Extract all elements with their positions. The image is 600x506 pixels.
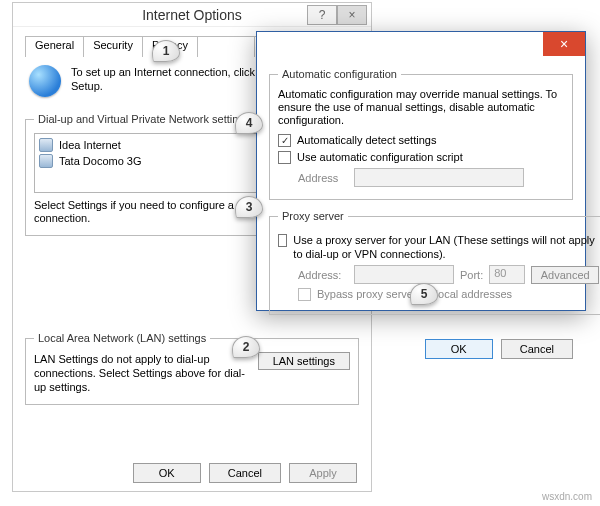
lan-hint: LAN Settings do not apply to dial-up con… bbox=[34, 352, 250, 394]
auto-config-group: Automatic configuration Automatic config… bbox=[269, 68, 573, 200]
tab-general[interactable]: General bbox=[25, 36, 84, 57]
lan-titlebar: × bbox=[257, 32, 585, 56]
tab-security[interactable]: Security bbox=[83, 36, 143, 57]
list-item-label: Idea Internet bbox=[59, 139, 121, 151]
auto-script-checkbox[interactable] bbox=[278, 151, 291, 164]
callout-5: 5 bbox=[410, 283, 438, 305]
cancel-button[interactable]: Cancel bbox=[209, 463, 281, 483]
auto-config-note: Automatic configuration may override man… bbox=[278, 88, 564, 127]
proxy-legend: Proxy server bbox=[278, 210, 348, 222]
ok-button[interactable]: OK bbox=[133, 463, 201, 483]
io-title: Internet Options bbox=[142, 7, 242, 23]
dialup-legend: Dial-up and Virtual Private Network sett… bbox=[34, 113, 254, 125]
use-proxy-label: Use a proxy server for your LAN (These s… bbox=[293, 233, 599, 261]
auto-detect-checkbox[interactable] bbox=[278, 134, 291, 147]
proxy-port-input: 80 bbox=[489, 265, 525, 284]
auto-script-label: Use automatic configuration script bbox=[297, 150, 463, 164]
tab-hidden[interactable]: Content bbox=[197, 36, 256, 57]
auto-address-input bbox=[354, 168, 524, 187]
proxy-address-label: Address: bbox=[298, 269, 348, 281]
use-proxy-checkbox[interactable] bbox=[278, 234, 287, 247]
proxy-address-input bbox=[354, 265, 454, 284]
cancel-button[interactable]: Cancel bbox=[501, 339, 573, 359]
auto-address-label: Address bbox=[298, 172, 348, 184]
connection-icon bbox=[39, 138, 53, 152]
bypass-checkbox bbox=[298, 288, 311, 301]
io-titlebar: Internet Options ? × bbox=[13, 3, 371, 27]
globe-icon bbox=[29, 65, 61, 97]
callout-2: 2 bbox=[232, 336, 260, 358]
setup-text: To set up an Internet connection, click … bbox=[71, 65, 279, 93]
lan-legend: Local Area Network (LAN) settings bbox=[34, 332, 210, 344]
auto-detect-label: Automatically detect settings bbox=[297, 133, 436, 147]
ok-button[interactable]: OK bbox=[425, 339, 493, 359]
close-button[interactable]: × bbox=[337, 5, 367, 25]
watermark: wsxdn.com bbox=[542, 491, 592, 502]
list-item-label: Tata Docomo 3G bbox=[59, 155, 142, 167]
help-button[interactable]: ? bbox=[307, 5, 337, 25]
proxy-port-label: Port: bbox=[460, 269, 483, 281]
apply-button[interactable]: Apply bbox=[289, 463, 357, 483]
close-button[interactable]: × bbox=[543, 32, 585, 56]
callout-1: 1 bbox=[152, 40, 180, 62]
callout-3: 3 bbox=[235, 196, 263, 218]
callout-4: 4 bbox=[235, 112, 263, 134]
connection-icon bbox=[39, 154, 53, 168]
lan-settings-dialog: × Automatic configuration Automatic conf… bbox=[256, 31, 586, 311]
advanced-button[interactable]: Advanced bbox=[531, 266, 599, 284]
auto-config-legend: Automatic configuration bbox=[278, 68, 401, 80]
